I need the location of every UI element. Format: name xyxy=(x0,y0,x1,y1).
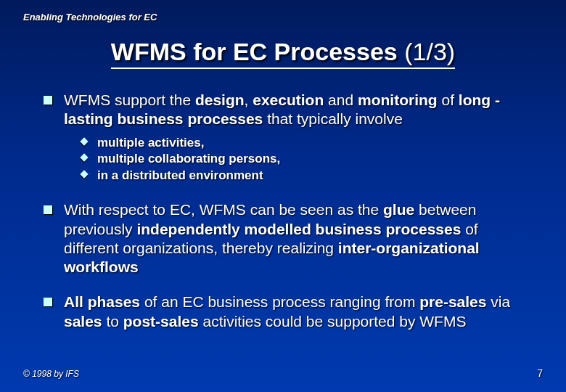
bullet-3: All phases of an EC business process ran… xyxy=(44,293,530,331)
header-label: Enabling Technologies for EC xyxy=(23,12,157,23)
bullet-1: WFMS support the design, execution and m… xyxy=(44,91,530,184)
sub-bullet-2: multiple collaborating persons, xyxy=(81,151,530,168)
footer-page-number: 7 xyxy=(537,367,543,379)
footer-copyright: © 1998 by IFS xyxy=(23,369,79,379)
sub-bullet-3: in a distributed environment xyxy=(81,168,530,184)
slide-content: WFMS support the design, execution and m… xyxy=(44,91,530,331)
slide-title: WFMS for EC Processes (1/3) xyxy=(0,0,566,69)
title-page-count: (1/3) xyxy=(404,38,455,65)
title-main: WFMS for EC Processes xyxy=(111,38,398,65)
sub-bullet-1: multiple activities, xyxy=(81,135,530,152)
bullet-2: With respect to EC, WFMS can be seen as … xyxy=(44,200,530,277)
bullet-1-text: WFMS support the design, execution and m… xyxy=(64,91,500,127)
